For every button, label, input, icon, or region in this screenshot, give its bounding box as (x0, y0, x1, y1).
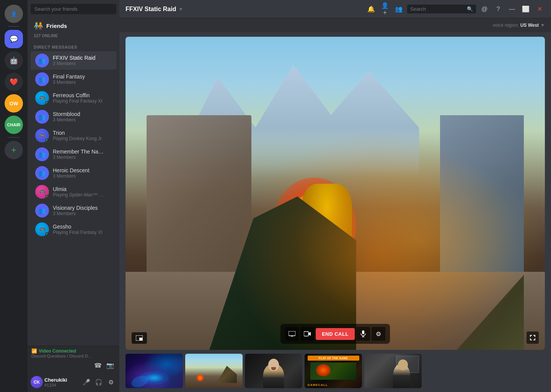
add-friend-button[interactable]: 👤+ (380, 4, 390, 15)
server-icon-5[interactable]: CHAIR (5, 116, 23, 134)
friends-title: Friends (46, 23, 67, 29)
thumb-inner-4: PLAY OF THE GAME GAMECALL (305, 354, 362, 388)
server-rail: 👤 💬 🤖 ❤️ OW CHAIR + (0, 0, 28, 392)
voice-region-value: US West (520, 23, 539, 28)
mute-button[interactable]: 🎤 (81, 377, 92, 387)
pip-button[interactable] (132, 332, 147, 344)
status-dot-ulmia (45, 195, 49, 199)
server-icon-add[interactable]: + (5, 141, 23, 159)
server-icon-2[interactable]: 🤖 (5, 51, 23, 70)
fullscreen-button[interactable] (527, 332, 539, 344)
server-2-icon: 🤖 (10, 56, 18, 65)
dm-item-visionary-disciples[interactable]: 👥 Visionary Disciples 3 Members ✕ (31, 201, 116, 220)
video-button[interactable] (300, 327, 314, 341)
dm-name-gessho: Gessho (53, 224, 105, 230)
dm-item-heroic-descent[interactable]: 👥 Heroic Descent 3 Members ✕ (31, 164, 116, 182)
status-dot-ferreous (45, 101, 49, 105)
share-screen-button[interactable] (285, 327, 299, 341)
dm-sub-gessho: Playing Final Fantasy XI (53, 230, 105, 235)
status-dot-gessho (45, 232, 49, 236)
server-icon-1[interactable]: 💬 (5, 30, 23, 48)
svg-rect-2 (289, 331, 295, 336)
svg-rect-3 (304, 332, 308, 336)
dm-avatar-heroic-descent: 👥 (35, 166, 49, 180)
at-mention-button[interactable]: @ (479, 4, 490, 15)
dm-name-visionary-disciples: Visionary Disciples (53, 205, 105, 211)
dm-avatar-stormblood: 👥 (35, 110, 49, 124)
thumbnail-3[interactable] (245, 354, 302, 388)
notification-settings-button[interactable]: 🔔 (366, 4, 377, 15)
dm-sub-ferreous-coffin: Playing Final Fantasy XI (53, 98, 105, 104)
dm-info-heroic-descent: Heroic Descent 3 Members (53, 167, 105, 179)
dm-sub-ulmia: Playing Spider-Man™: Shattered Dimen... (53, 192, 105, 198)
dm-item-ffxiv-static[interactable]: 👥 FFXIV Static Raid 3 Members ✕ (31, 51, 116, 70)
friends-header-row: 🧑‍🤝‍🧑 Friends (28, 18, 119, 32)
settings-button[interactable]: ⚙ (106, 377, 116, 387)
home-avatar-icon: 👤 (11, 11, 17, 17)
thumbnail-5[interactable] (364, 354, 422, 388)
help-button[interactable]: ? (493, 4, 504, 15)
microphone-button[interactable] (356, 327, 370, 341)
thumb-inner-5 (364, 354, 422, 388)
user-panel: CK Cherukiki #1234 🎤 🎧 ⚙ (28, 372, 119, 392)
header-actions: 🔔 👤+ 👥 🔍 @ ? — ⬜ ✕ (366, 4, 545, 15)
voice-disconnect-btn[interactable]: ☎ (93, 360, 103, 371)
dm-info-ulmia: Ulmia Playing Spider-Man™: Shattered Dim… (53, 186, 105, 198)
dm-info-visionary-disciples: Visionary Disciples 3 Members (53, 205, 105, 216)
server-icon-3[interactable]: ❤️ (5, 73, 23, 91)
dm-item-ulmia[interactable]: 🎮 Ulmia Playing Spider-Man™: Shattered D… (31, 183, 116, 201)
thumb-banner-4: PLAY OF THE GAME (308, 356, 359, 361)
scene-color-overlay (126, 37, 545, 350)
dm-sub-remember-the-name: 3 Members (53, 155, 105, 160)
dm-sub-ffxiv-static: 3 Members (53, 61, 105, 66)
thumbnail-1[interactable] (126, 354, 183, 388)
dm-avatar-remember-the-name: 👥 (35, 147, 49, 161)
dm-info-gessho: Gessho Playing Final Fantasy XI (53, 224, 105, 235)
user-avatar: CK (31, 376, 43, 388)
dm-avatar-ulmia: 🎮 (35, 185, 49, 199)
dm-sub-trion: Playing Donkey Kong Jr. (53, 136, 105, 141)
dm-sub-visionary-disciples: 3 Members (53, 211, 105, 216)
svg-rect-4 (362, 330, 364, 334)
channel-name: FFXIV Static Raid ▼ (126, 6, 183, 13)
end-call-button[interactable]: END CALL (316, 328, 355, 340)
channel-dropdown-icon[interactable]: ▼ (178, 7, 183, 12)
dm-info-final-fantasy: Final Fantasy 3 Members (53, 74, 105, 85)
dm-item-remember-the-name[interactable]: 👥 Remember The Name 3 Members ✕ (31, 145, 116, 163)
main-area: FFXIV Static Raid ▼ 🔔 👤+ 👥 🔍 @ ? — ⬜ ✕ v… (119, 0, 551, 392)
dm-avatar-final-fantasy: 👥 (35, 72, 49, 86)
user-info: Cherukiki #1234 (44, 377, 80, 387)
dm-info-ferreous-coffin: Ferreous Coffin Playing Final Fantasy XI (53, 92, 105, 104)
dm-item-gessho[interactable]: 🎮 Gessho Playing Final Fantasy XI ✕ (31, 220, 116, 238)
thumbnail-strip: PLAY OF THE GAME GAMECALL (126, 350, 545, 392)
dm-sub-heroic-descent: 3 Members (53, 173, 105, 179)
member-list-button[interactable]: 👥 (393, 4, 404, 15)
dm-sub-final-fantasy: 3 Members (53, 80, 105, 85)
dm-item-ferreous-coffin[interactable]: 🎮 Ferreous Coffin Playing Final Fantasy … (31, 89, 116, 107)
dm-item-final-fantasy[interactable]: 👥 Final Fantasy 3 Members ✕ (31, 70, 116, 88)
close-button[interactable]: ✕ (534, 4, 545, 15)
friends-sidebar: 🧑‍🤝‍🧑 Friends 127 ONLINE DIRECT MESSAGES… (28, 0, 119, 392)
main-video-container: END CALL ⚙ (126, 37, 545, 350)
signal-icon: 📶 (31, 348, 37, 354)
dm-avatar-visionary-disciples: 👥 (35, 204, 49, 217)
thumbnail-2[interactable] (185, 354, 243, 388)
settings-call-button[interactable]: ⚙ (372, 327, 385, 341)
deafen-button[interactable]: 🎧 (93, 377, 104, 387)
maximize-button[interactable]: ⬜ (520, 4, 531, 15)
thumbnail-4[interactable]: PLAY OF THE GAME GAMECALL (305, 354, 362, 388)
friends-search-input[interactable] (31, 4, 116, 14)
minimize-button[interactable]: — (507, 4, 517, 15)
thumb-fire-4 (316, 364, 331, 376)
server-icon-home[interactable]: 👤 (5, 5, 23, 23)
friends-home-icon: 🧑‍🤝‍🧑 (34, 21, 43, 30)
voice-camera-btn[interactable]: 📷 (105, 360, 116, 371)
dm-section-label: DIRECT MESSAGES (28, 39, 119, 51)
dm-item-stormblood[interactable]: 👥 Stormblood 3 Members ✕ (31, 108, 116, 126)
header-search-input[interactable] (410, 6, 465, 12)
server-4-icon: OW (10, 101, 18, 106)
dm-item-trion[interactable]: 🎮 Trion Playing Donkey Kong Jr. ✕ (31, 126, 116, 145)
voice-region-dropdown-icon[interactable]: ▼ (540, 23, 545, 28)
thumb-inner-1 (126, 354, 183, 388)
server-icon-4[interactable]: OW (5, 94, 23, 113)
